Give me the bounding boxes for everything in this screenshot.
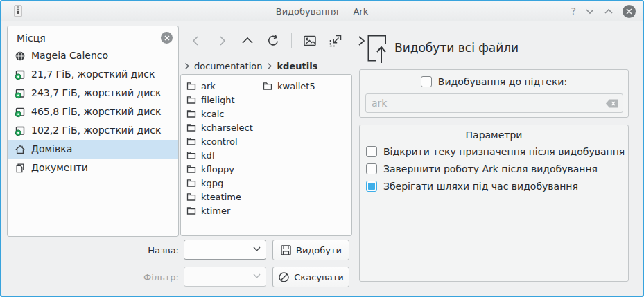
hard-disk-icon	[15, 69, 26, 80]
navigation-toolbar	[189, 32, 369, 50]
preserve-paths-checkbox[interactable]	[366, 181, 377, 192]
name-label: Назва:	[112, 245, 179, 255]
preserve-paths-label: Зберігати шляхи під час видобування	[383, 181, 578, 192]
subfolder-checkbox-label: Видобування до підтеки:	[438, 76, 567, 87]
maximize-button[interactable]	[604, 8, 613, 15]
folder-item[interactable]: kgpg	[186, 176, 253, 190]
preserve-paths-checkbox-row[interactable]: Зберігати шляхи під час видобування	[366, 181, 578, 192]
clear-text-icon[interactable]	[605, 98, 618, 109]
documents-icon	[15, 163, 26, 174]
folder-icon	[186, 150, 196, 160]
window-title: Видобування — Ark	[1, 6, 643, 17]
globe-icon	[15, 51, 26, 62]
help-button[interactable]: ?	[571, 6, 576, 17]
folder-icon	[186, 178, 196, 188]
places-panel: Місця Mageia Calenco 21,7 ГіБ, жорсткий …	[7, 26, 179, 237]
folder-item[interactable]: filelight	[186, 93, 253, 107]
hard-disk-icon	[15, 88, 26, 99]
folder-icon	[186, 206, 196, 215]
folder-view[interactable]: ark filelight kcalc kcharselect kcontrol…	[180, 74, 352, 236]
place-item-home[interactable]: Домівка	[8, 140, 178, 159]
extract-all-heading: Видобути всі файли	[394, 41, 519, 55]
up-icon[interactable]	[240, 33, 255, 48]
folder-icon	[186, 136, 196, 146]
folder-item[interactable]: kcontrol	[186, 134, 253, 148]
place-item-mageia-calenco[interactable]: Mageia Calenco	[8, 46, 178, 65]
folder-icon	[186, 192, 196, 201]
folder-icon	[263, 81, 272, 91]
subfolder-name-input[interactable]	[365, 93, 623, 113]
folder-icon	[186, 123, 196, 132]
chevron-down-icon	[252, 273, 261, 279]
refresh-icon[interactable]	[266, 33, 281, 48]
cancel-icon	[278, 271, 290, 283]
back-icon[interactable]	[189, 33, 204, 48]
name-combobox[interactable]	[184, 240, 266, 260]
folder-icon	[186, 109, 196, 118]
text-cursor	[189, 244, 189, 255]
close-button[interactable]	[623, 5, 636, 18]
ark-extract-dialog: Видобування — Ark ? Місця	[0, 0, 644, 297]
home-icon	[15, 144, 26, 155]
subfolder-groupbox: Видобування до підтеки:	[359, 69, 629, 118]
folder-item[interactable]: kdf	[186, 148, 253, 162]
quit-ark-checkbox-row[interactable]: Завершити роботу Ark після видобування	[366, 163, 598, 174]
folder-item[interactable]: kteatime	[186, 190, 253, 204]
open-destination-checkbox-row[interactable]: Відкрити теку призначення після видобува…	[366, 146, 625, 157]
forward-icon[interactable]	[214, 33, 229, 48]
folder-item[interactable]: ark	[186, 79, 253, 93]
breadcrumb: documentation kdeutils	[184, 60, 317, 72]
hard-disk-icon	[15, 107, 26, 118]
fit-icon[interactable]	[328, 33, 343, 48]
place-item-disk-21[interactable]: 21,7 ГіБ, жорсткий диск	[8, 65, 178, 84]
folder-icon	[186, 81, 196, 91]
preview-icon[interactable]	[302, 33, 317, 48]
folder-icon	[186, 95, 196, 105]
breadcrumb-segment-documentation[interactable]: documentation	[194, 61, 262, 71]
folder-item[interactable]: kcalc	[186, 107, 253, 120]
open-destination-checkbox[interactable]	[366, 146, 377, 157]
titlebar[interactable]: Видобування — Ark ?	[1, 1, 643, 21]
toolbar-separator	[291, 33, 292, 48]
subfolder-checkbox-row[interactable]: Видобування до підтеки:	[360, 76, 628, 87]
open-destination-label: Відкрити теку призначення після видобува…	[383, 146, 625, 157]
quit-ark-label: Завершити роботу Ark після видобування	[383, 163, 598, 174]
places-header: Місця	[17, 33, 46, 44]
extract-all-icon	[365, 33, 390, 64]
subfolder-checkbox[interactable]	[421, 76, 432, 87]
chevron-right-icon	[266, 62, 272, 70]
breadcrumb-segment-kdeutils[interactable]: kdeutils	[277, 61, 317, 71]
folder-icon	[186, 164, 196, 174]
place-item-disk-243[interactable]: 243,7 ГіБ, жорсткий диск	[8, 84, 178, 102]
places-close-icon[interactable]	[161, 32, 173, 44]
folder-item[interactable]: kcharselect	[186, 120, 253, 134]
quit-ark-checkbox[interactable]	[366, 163, 377, 174]
place-item-disk-465[interactable]: 465,8 ГіБ, жорсткий диск	[8, 102, 178, 121]
options-groupbox: Параметри Відкрити теку призначення післ…	[359, 125, 629, 282]
chevron-right-icon[interactable]	[184, 62, 190, 70]
cancel-button[interactable]: Скасувати	[272, 267, 349, 287]
folder-item[interactable]: kfloppy	[186, 162, 253, 176]
folder-item[interactable]: ktimer	[186, 204, 253, 217]
save-icon	[280, 244, 292, 256]
minimize-button[interactable]	[585, 8, 595, 15]
folder-item[interactable]: kwallet5	[263, 79, 315, 93]
hard-disk-icon	[15, 125, 26, 136]
extract-button[interactable]: Видобути	[272, 240, 349, 260]
chevron-down-icon	[252, 246, 261, 252]
place-item-documents[interactable]: Документи	[8, 159, 178, 177]
options-title: Параметри	[360, 125, 628, 141]
place-item-disk-102[interactable]: 102,2 ГіБ, жорсткий диск	[8, 121, 178, 140]
filter-label: Фільтр:	[112, 272, 179, 282]
filter-combobox[interactable]	[184, 267, 266, 287]
